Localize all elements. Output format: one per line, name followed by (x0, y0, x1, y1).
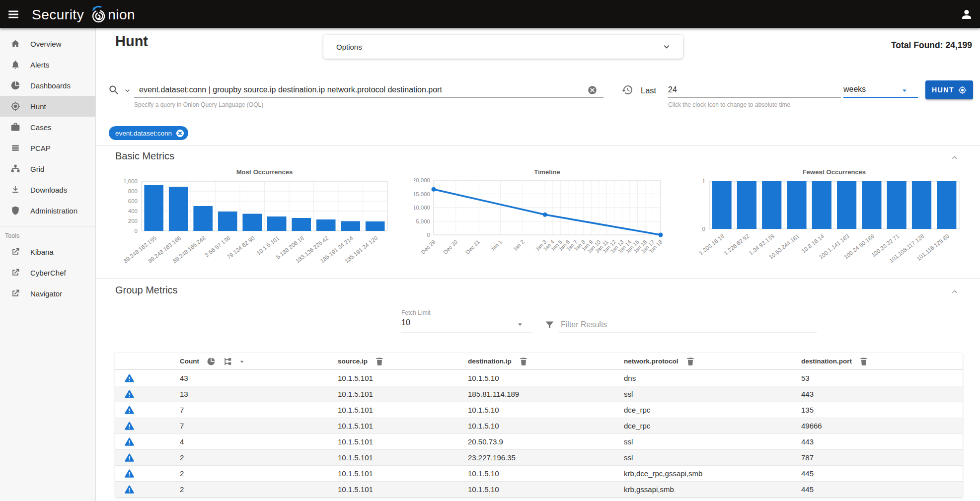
column-header-count[interactable]: Count (180, 358, 199, 365)
cell-destination-port[interactable]: 443 (801, 437, 814, 446)
cell-network-protocol[interactable]: ssl (624, 437, 633, 446)
cell-source-ip[interactable]: 10.1.5.101 (338, 485, 373, 494)
sidebar-item-dashboards[interactable]: Dashboards (0, 75, 95, 96)
remove-column-icon[interactable] (375, 357, 384, 366)
chart-timeline[interactable]: Timeline05,00010,00015,00020,000Dec 29De… (414, 166, 665, 277)
column-header-network-protocol[interactable]: network.protocol (624, 358, 678, 365)
user-icon[interactable] (960, 8, 973, 21)
remove-column-icon[interactable] (685, 357, 695, 366)
chart-type-icon[interactable] (223, 357, 233, 366)
chart-type-caret-icon[interactable] (238, 358, 246, 365)
cell-source-ip[interactable]: 10.1.5.101 (338, 453, 373, 462)
cell-count[interactable]: 2 (180, 469, 184, 478)
cell-count[interactable]: 7 (180, 406, 184, 414)
cell-source-ip[interactable]: 10.1.5.101 (338, 374, 373, 382)
table-row[interactable]: 1310.1.5.101185.81.114.189ssl443 (115, 386, 963, 402)
cell-destination-port[interactable]: 49666 (801, 422, 822, 430)
cell-source-ip[interactable]: 10.1.5.101 (338, 469, 373, 478)
column-header-source-ip[interactable]: source.ip (338, 358, 368, 365)
cell-destination-ip[interactable]: 10.1.5.10 (468, 422, 499, 430)
sidebar-item-cases[interactable]: Cases (0, 117, 95, 138)
cell-destination-ip[interactable]: 20.50.73.9 (468, 437, 503, 446)
warning-triangle-icon[interactable] (124, 484, 135, 495)
table-row[interactable]: 210.1.5.10123.227.196.35ssl787 (115, 449, 963, 465)
duration-input[interactable] (668, 84, 837, 96)
cell-network-protocol[interactable]: dns (624, 374, 636, 382)
warning-triangle-icon[interactable] (124, 421, 135, 431)
warning-triangle-icon[interactable] (124, 468, 135, 479)
clear-query-icon[interactable] (587, 85, 598, 95)
cell-network-protocol[interactable]: ssl (624, 453, 633, 462)
warning-triangle-icon[interactable] (124, 389, 135, 399)
cell-destination-port[interactable]: 445 (801, 469, 814, 478)
cell-count[interactable]: 7 (180, 422, 184, 430)
filter-chip[interactable]: event.dataset:conn (109, 126, 188, 140)
cell-count[interactable]: 13 (180, 390, 188, 398)
warning-triangle-icon[interactable] (124, 452, 135, 463)
cell-source-ip[interactable]: 10.1.5.101 (338, 406, 373, 414)
fetch-limit-caret-icon[interactable] (516, 320, 525, 329)
cell-destination-port[interactable]: 135 (801, 406, 814, 414)
cell-destination-ip[interactable]: 10.1.5.10 (468, 485, 499, 494)
table-row[interactable]: 210.1.5.10110.1.5.10krb,dce_rpc,gssapi,s… (115, 465, 963, 481)
cell-destination-port[interactable]: 787 (801, 453, 814, 462)
sidebar-item-overview[interactable]: Overview (0, 33, 95, 54)
cell-source-ip[interactable]: 10.1.5.101 (338, 437, 373, 446)
query-history-chevron-icon[interactable] (123, 86, 132, 95)
sidebar-item-alerts[interactable]: Alerts (0, 54, 95, 75)
chevron-down-icon[interactable] (661, 41, 672, 52)
cell-destination-ip[interactable]: 10.1.5.10 (468, 374, 499, 382)
sidebar-item-cyberchef[interactable]: CyberChef (0, 262, 95, 283)
cell-source-ip[interactable]: 10.1.5.101 (338, 390, 373, 398)
cell-network-protocol[interactable]: krb,dce_rpc,gssapi,smb (624, 469, 702, 478)
remove-column-icon[interactable] (859, 357, 869, 366)
table-row[interactable]: 710.1.5.10110.1.5.10dce_rpc49666 (115, 418, 963, 433)
cell-destination-ip[interactable]: 10.1.5.10 (468, 469, 499, 478)
warning-triangle-icon[interactable] (124, 436, 135, 447)
collapse-basic-metrics-icon[interactable] (950, 153, 959, 162)
table-row[interactable]: 410.1.5.10120.50.73.9ssl443 (115, 433, 963, 449)
hamburger-menu-icon[interactable] (7, 8, 20, 21)
remove-column-icon[interactable] (519, 357, 528, 366)
sidebar-item-navigator[interactable]: Navigator (0, 283, 95, 304)
cell-destination-port[interactable]: 443 (801, 390, 814, 398)
chart-most-occurrences[interactable]: Most Occurrences02004006008001,00089.248… (114, 166, 390, 277)
cell-destination-ip[interactable]: 10.1.5.10 (468, 406, 499, 414)
collapse-group-metrics-icon[interactable] (950, 287, 959, 296)
sidebar-item-downloads[interactable]: Downloads (0, 179, 95, 200)
options-expander[interactable]: Options (323, 35, 683, 59)
cell-destination-ip[interactable]: 185.81.114.189 (468, 390, 519, 398)
cell-destination-ip[interactable]: 23.227.196.35 (468, 453, 516, 462)
pie-chart-toggle-icon[interactable] (206, 357, 216, 366)
remove-filter-icon[interactable] (175, 129, 185, 138)
cell-network-protocol[interactable]: krb,gssapi,smb (624, 485, 674, 494)
cell-destination-port[interactable]: 53 (801, 374, 810, 382)
table-row[interactable]: 710.1.5.10110.1.5.10dce_rpc135 (115, 402, 963, 418)
column-header-destination-ip[interactable]: destination.ip (468, 358, 512, 365)
warning-triangle-icon[interactable] (124, 373, 135, 383)
filter-results-input[interactable] (561, 319, 814, 331)
chart-fewest-occurrences[interactable]: Fewest Occurrences011.203.16.181.226.62.… (688, 166, 962, 277)
table-row[interactable]: 210.1.5.10110.1.5.10krb,gssapi,smb445 (115, 481, 963, 497)
fetch-limit-select[interactable]: 10 (401, 318, 410, 327)
cell-count[interactable]: 43 (180, 374, 188, 382)
query-input[interactable] (139, 84, 581, 96)
history-clock-icon[interactable] (621, 84, 633, 96)
cell-network-protocol[interactable]: dce_rpc (624, 422, 650, 430)
sidebar-item-administration[interactable]: Administration (0, 200, 95, 221)
cell-count[interactable]: 2 (180, 453, 184, 462)
cell-source-ip[interactable]: 10.1.5.101 (338, 422, 373, 430)
cell-count[interactable]: 2 (180, 485, 184, 494)
cell-count[interactable]: 4 (180, 437, 184, 446)
sidebar-item-pcap[interactable]: PCAP (0, 138, 95, 158)
cell-network-protocol[interactable]: ssl (624, 390, 633, 398)
table-row[interactable]: 4310.1.5.10110.1.5.10dns53 (115, 370, 963, 386)
cell-destination-port[interactable]: 445 (801, 485, 814, 494)
sidebar-item-kibana[interactable]: Kibana (0, 241, 95, 262)
column-header-destination-port[interactable]: destination.port (801, 358, 852, 365)
hunt-button[interactable]: HUNT (925, 80, 973, 99)
sidebar-item-grid[interactable]: Grid (0, 158, 95, 179)
warning-triangle-icon[interactable] (124, 405, 135, 415)
duration-unit-select[interactable]: weeks (843, 85, 918, 94)
cell-network-protocol[interactable]: dce_rpc (624, 406, 650, 414)
